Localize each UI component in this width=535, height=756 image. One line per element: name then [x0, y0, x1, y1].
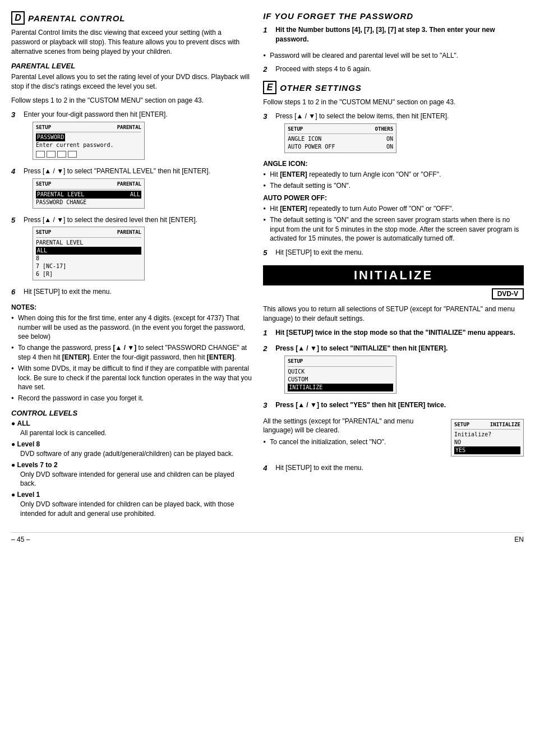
init-step-4-row: 4 Hit [SETUP] to exit the menu.: [263, 463, 524, 475]
init-step-4-text: Hit [SETUP] to exit the menu.: [275, 463, 524, 473]
init-screen2-item-1: CUSTOM: [288, 376, 393, 384]
screen5-setup-label: SETUP: [36, 229, 51, 236]
forget-step-1-content: Hit the Number buttons [4], [7], [3], [7…: [275, 25, 524, 47]
note-item-1: To change the password, press [▲ / ▼] to…: [11, 343, 252, 362]
init-screen3-initialize-q: Initialize?: [454, 431, 520, 439]
screen5-parental-label: PARENTAL: [117, 229, 141, 236]
control-levels-content: ● ALLAll parental lock is cancelled.● Le…: [11, 420, 252, 519]
other-screen-setup-label: SETUP: [288, 126, 303, 133]
other-step-3-screen: SETUP OTHERS ANGLE ICON ON AUTO POWER OF…: [284, 123, 396, 154]
init-step-3-screen: SETUP INITIALIZE Initialize? NOYES: [451, 419, 524, 457]
init-step-2-screen: SETUP QUICKCUSTOMINITIALIZE: [284, 356, 396, 394]
forget-step-1-row: 1 Hit the Number buttons [4], [7], [3], …: [263, 25, 524, 47]
init-bullet-0: To cancel the initialization, select "NO…: [263, 437, 436, 447]
init-step3-text-area: All the settings (except for "PARENTAL" …: [263, 417, 436, 449]
init-step-3-number: 3: [263, 401, 267, 409]
parental-level-title: PARENTAL LEVEL: [11, 62, 252, 70]
init-step-4-number: 4: [263, 464, 267, 472]
screen4-parental-label: PARENTAL: [117, 181, 141, 188]
follow-steps-text: Follow steps 1 to 2 in the "CUSTOM MENU"…: [11, 96, 252, 105]
parental-level-text: Parental Level allows you to set the rat…: [11, 72, 252, 91]
section-d-title: PARENTAL CONTROL: [28, 13, 126, 23]
step-4-content: Press [▲ / ▼] to select "PARENTAL LEVEL"…: [24, 167, 252, 210]
step-3-row: 3 Enter your four-digit password then hi…: [11, 110, 252, 162]
angle-bullet-0: Hit [ENTER] repeatedly to turn Angle ico…: [263, 170, 524, 179]
init-after-text: All the settings (except for "PARENTAL" …: [263, 417, 436, 436]
other-step-3-row: 3 Press [▲ / ▼] to select the below item…: [263, 112, 524, 155]
initialize-title: INITIALIZE: [263, 265, 524, 285]
init-step-3-text: Press [▲ / ▼] to select "YES" then hit […: [275, 401, 446, 409]
init-step-2-number: 2: [263, 344, 267, 353]
screen5-items: ALL87 [NC-17]6 [R]: [36, 247, 141, 278]
other-screen-auto-label: AUTO POWER OFF: [288, 143, 335, 151]
screen-input-boxes: [36, 151, 141, 158]
screen5-item-2: 7 [NC-17]: [36, 262, 141, 270]
step-6-number: 6: [11, 288, 15, 296]
forget-step-1-number: 1: [263, 26, 267, 34]
init-step2-items: QUICKCUSTOMINITIALIZE: [288, 368, 393, 391]
init-step-1-content: Hit [SETUP] twice in the stop mode so th…: [275, 328, 524, 340]
angle-icon-bullets: Hit [ENTER] repeatedly to turn Angle ico…: [263, 170, 524, 191]
init-step3-area: All the settings (except for "PARENTAL" …: [263, 417, 524, 459]
screen5-item-3: 6 [R]: [36, 270, 141, 278]
forget-step-2-number: 2: [263, 65, 267, 73]
step-6-content: Hit [SETUP] to exit the menu.: [24, 287, 252, 299]
init-step3-items: NOYES: [454, 439, 520, 454]
dvd-v-area: DVD-V: [263, 288, 524, 302]
level-desc-3: Only DVD software intended for children …: [11, 500, 252, 519]
forget-step-2-row: 2 Proceed with steps 4 to 6 again.: [263, 64, 524, 76]
step-4-row: 4 Press [▲ / ▼] to select "PARENTAL LEVE…: [11, 167, 252, 210]
level-desc-2: Only DVD software intended for general u…: [11, 470, 252, 489]
init-screen3-init-label: INITIALIZE: [490, 421, 520, 428]
screen5-item-1: 8: [36, 255, 141, 262]
init-screen2-setup-label: SETUP: [288, 358, 303, 365]
step-3-number: 3: [11, 110, 15, 119]
input-box-2: [47, 151, 56, 158]
auto-bullet-0: Hit [ENTER] repeatedly to turn Auto Powe…: [263, 204, 524, 214]
other-step-5-content: Hit [SETUP] to exit the menu.: [275, 248, 524, 260]
auto-power-bullets: Hit [ENTER] repeatedly to turn Auto Powe…: [263, 204, 524, 243]
page-number: – 45 –: [11, 536, 30, 543]
step-3-screen: SETUP PARENTAL PASSWORD Enter current pa…: [33, 122, 145, 160]
forget-step-2-content: Proceed with steps 4 to 6 again.: [275, 64, 524, 76]
step-4-number: 4: [11, 167, 15, 176]
page-content: D PARENTAL CONTROL Parental Control limi…: [11, 11, 524, 521]
note-item-2: With some DVDs, it may be difficult to f…: [11, 364, 252, 392]
forget-password-title: IF YOU FORGET THE PASSWORD: [263, 11, 524, 21]
step-4-text: Press [▲ / ▼] to select "PARENTAL LEVEL"…: [24, 167, 252, 176]
input-box-4: [68, 151, 77, 158]
screen4-parental-level-label: PARENTAL LEVEL: [37, 191, 84, 199]
note-item-3: Record the password in case you forget i…: [11, 394, 252, 403]
step-6-text: Hit [SETUP] to exit the menu.: [24, 287, 252, 297]
step-3-text: Enter your four-digit password then hit …: [24, 110, 252, 119]
init-screen3-item-1: YES: [454, 446, 520, 454]
screen4-password-change: PASSWORD CHANGE: [36, 199, 141, 206]
step-5-screen: SETUP PARENTAL PARENTAL LEVEL ALL87 [NC-…: [33, 227, 145, 280]
other-step-5-text: Hit [SETUP] to exit the menu.: [275, 248, 524, 257]
section-d-letter: D: [11, 11, 25, 25]
init-screen3-item-0: NO: [454, 439, 520, 446]
screen-setup-label: SETUP: [36, 124, 51, 131]
init-step-1-row: 1 Hit [SETUP] twice in the stop mode so …: [263, 328, 524, 340]
screen5-parental-level-header: PARENTAL LEVEL: [36, 239, 141, 247]
screen5-item-0: ALL: [36, 247, 141, 255]
other-step-5-number: 5: [263, 248, 267, 257]
init-screen2-item-2: INITIALIZE: [288, 384, 393, 391]
other-step-3-content: Press [▲ / ▼] to select the below items,…: [275, 112, 524, 155]
level-desc-0: All parental lock is cancelled.: [11, 428, 252, 438]
notes-title: NOTES:: [11, 303, 252, 311]
forget-step-1-text: Hit the Number buttons [4], [7], [3], [7…: [275, 26, 495, 43]
step-5-content: Press [▲ / ▼] to select the desired leve…: [24, 215, 252, 283]
init-step-1-number: 1: [263, 329, 267, 337]
init-step-4-content: Hit [SETUP] to exit the menu.: [275, 463, 524, 475]
other-screen-angle-value: ON: [386, 135, 393, 143]
level-bullet-0: ● ALL: [11, 420, 252, 427]
other-step-3-number: 3: [263, 112, 267, 121]
forget-bullet-1: Password will be cleared and parental le…: [263, 51, 524, 61]
level-desc-1: DVD software of any grade (adult/general…: [11, 449, 252, 459]
initialize-desc: This allows you to return all selections…: [263, 305, 524, 324]
init-screen2-item-0: QUICK: [288, 368, 393, 376]
step-5-text: Press [▲ / ▼] to select the desired leve…: [24, 215, 252, 225]
section-e-letter: E: [263, 81, 276, 94]
right-column: IF YOU FORGET THE PASSWORD 1 Hit the Num…: [263, 11, 524, 521]
